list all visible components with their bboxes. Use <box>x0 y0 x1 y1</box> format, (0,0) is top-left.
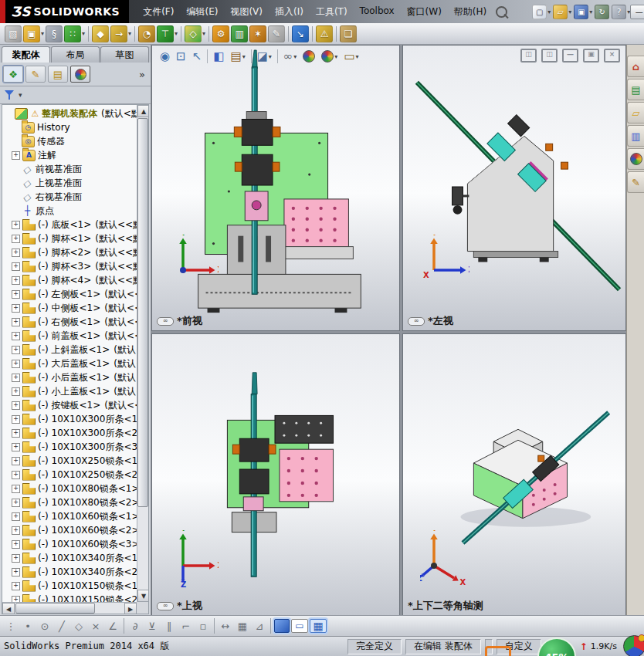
apply-scene-icon[interactable]: ▾ <box>319 47 340 66</box>
vertical-scroll-thumb[interactable] <box>137 118 148 507</box>
file-explorer-tab[interactable]: ▱ <box>627 102 644 123</box>
dropdown-caret-icon[interactable]: ▾ <box>175 30 178 37</box>
scroll-left-button[interactable]: ◀ <box>2 603 15 614</box>
tree-item[interactable]: +(-) 10X10X60锁条<2>(默 <box>4 523 137 537</box>
minimize-button[interactable]: — <box>630 5 644 19</box>
edit-appearance-icon[interactable] <box>300 47 317 66</box>
pane-split-left-button[interactable]: ◫ <box>520 49 537 63</box>
viewport-dimetric[interactable]: YXZ *上下二等角轴测 <box>402 333 626 616</box>
view-palette-tab[interactable]: ▥ <box>627 125 644 147</box>
show-hidden-button[interactable]: ◔ <box>138 25 155 42</box>
system-monitor-badge[interactable]: 45% <box>537 637 576 656</box>
tree-item[interactable]: ┼原点 <box>4 204 137 218</box>
expand-toggle[interactable]: + <box>12 290 20 299</box>
reference-geometry-button[interactable]: ◇▾ <box>185 25 205 42</box>
filter-icon[interactable] <box>4 90 15 100</box>
toolbar-drag-handle[interactable]: ⋮ <box>3 618 19 634</box>
tree-item[interactable]: +(-) 左侧板<1>(默认<<默 <box>4 287 137 301</box>
scroll-right-button[interactable]: ▶ <box>124 603 137 614</box>
expand-toggle[interactable]: + <box>12 526 20 535</box>
tree-item[interactable]: +(-) 脚杯<3>(默认<<默认 <box>4 259 137 273</box>
expand-toggle[interactable]: + <box>12 151 20 160</box>
smart-fasteners-button[interactable]: ◆ <box>92 25 109 42</box>
tree-item[interactable]: +(-) 小后盖板<1>(默认<< <box>4 370 137 384</box>
expand-toggle[interactable]: + <box>12 540 20 549</box>
expand-toggle[interactable]: + <box>12 596 20 603</box>
motion-study-button[interactable]: ⚙ <box>212 25 229 42</box>
sketch-line-icon[interactable]: ╱ <box>54 618 69 634</box>
expand-toggle[interactable]: + <box>12 262 20 271</box>
doc-close-button[interactable]: × <box>604 49 620 63</box>
selection-box-icon[interactable]: ▫ <box>195 618 211 634</box>
menu-view[interactable]: 视图(V) <box>224 3 269 21</box>
viewport-left[interactable]: YZX *左视 <box>402 45 626 331</box>
menu-toolbox[interactable]: Toolbox <box>354 3 401 21</box>
propertymanager-tab-icon[interactable]: ✎ <box>25 66 46 83</box>
instant3d-button[interactable]: ↘ <box>292 25 309 42</box>
interference-button[interactable]: ⚠ <box>316 25 333 42</box>
tree-item[interactable]: +(-) 10X10X340所条<1>(默 <box>4 551 137 565</box>
expand-pane-chevron[interactable]: » <box>137 69 147 80</box>
custom-properties-tab[interactable]: ✎ <box>627 171 644 193</box>
menu-help[interactable]: 帮助(H) <box>448 3 493 21</box>
explode-sketch-button[interactable]: ✎ <box>268 25 285 42</box>
menu-window[interactable]: 窗口(W) <box>401 3 448 21</box>
save-button[interactable]: ▣▾ <box>574 5 592 19</box>
sketch-circle-icon[interactable]: ⊙ <box>37 618 53 634</box>
tree-item[interactable]: +A注解 <box>4 148 137 162</box>
view-settings-icon[interactable]: ▭▾ <box>341 47 361 66</box>
relation-perpendicular-icon[interactable]: ⌐ <box>178 618 194 634</box>
dropdown-caret-icon[interactable]: ▾ <box>356 53 359 60</box>
relation-tangent-icon[interactable]: ∂ <box>127 618 143 634</box>
scroll-up-button[interactable]: ▲ <box>137 105 149 117</box>
expand-toggle[interactable]: + <box>12 346 20 354</box>
view-orientation-icon[interactable]: ▤▾ <box>228 47 247 66</box>
viewport-top[interactable]: YXZ *上视 <box>151 333 400 616</box>
expand-toggle[interactable]: + <box>12 457 20 465</box>
tree-item[interactable]: +(-) 10X10X300所条<2>(默 <box>4 426 137 440</box>
open-file-button[interactable]: ▱▾ <box>553 5 571 19</box>
expand-toggle[interactable]: + <box>12 499 20 507</box>
menu-tools[interactable]: 工具(T) <box>310 3 354 21</box>
tree-item[interactable]: ◇上视基准面 <box>4 176 137 190</box>
menu-edit[interactable]: 编辑(E) <box>180 3 224 21</box>
tree-item[interactable]: +(-) 10X10X250锁条<1>(默 <box>4 454 137 468</box>
move-component-button[interactable]: →▾ <box>110 25 131 42</box>
pane-split-right-button[interactable]: ◫ <box>541 49 558 63</box>
expand-toggle[interactable]: + <box>12 249 20 257</box>
sketch-point-icon[interactable]: • <box>20 618 36 634</box>
expand-toggle[interactable]: + <box>12 401 20 410</box>
single-viewport-icon[interactable]: ▭ <box>291 619 308 633</box>
tree-item[interactable]: ◷History <box>4 120 137 134</box>
tree-item[interactable]: +(-) 大后盖板<1>(默认<< <box>4 357 137 370</box>
tree-item[interactable]: +(-) 底板<1>(默认<<默认 <box>4 218 137 232</box>
displaymanager-tab-icon[interactable] <box>70 66 90 83</box>
scroll-track[interactable] <box>137 508 148 590</box>
four-viewport-icon[interactable]: ▦ <box>310 619 327 633</box>
sketch-polygon-icon[interactable]: ◇ <box>71 618 86 634</box>
tree-horizontal-scrollbar[interactable]: ◀ ▶ <box>2 602 137 614</box>
sketch-trim-icon[interactable]: × <box>88 618 103 634</box>
tree-item[interactable]: +(-) 10X10X60锁条<3>(默 <box>4 537 137 551</box>
dropdown-caret-icon[interactable]: ▾ <box>269 53 272 60</box>
expand-toggle[interactable]: + <box>12 471 20 479</box>
dropdown-caret-icon[interactable]: ▾ <box>242 53 246 60</box>
graphics-area[interactable]: YX *前视 <box>151 45 626 616</box>
doc-minimize-button[interactable]: — <box>562 49 578 63</box>
configurationmanager-tab-icon[interactable]: ▤ <box>48 66 68 83</box>
tree-item[interactable]: +(-) 10X10X80锁条<2>(默 <box>4 495 137 509</box>
expand-toggle[interactable]: + <box>12 276 20 285</box>
sketch-chamfer-icon[interactable]: ∠ <box>105 618 120 634</box>
expand-toggle[interactable]: + <box>12 554 20 563</box>
dropdown-caret-icon[interactable]: ▾ <box>41 30 44 37</box>
relation-parallel-icon[interactable]: ∥ <box>161 618 177 634</box>
tree-item[interactable]: +(-) 上斜盖板<1>(默认<< <box>4 343 137 357</box>
shaded-cube-icon[interactable] <box>274 619 290 633</box>
dropdown-caret-icon[interactable]: ▾ <box>334 53 337 60</box>
dropdown-caret-icon[interactable]: ▾ <box>202 30 205 37</box>
expand-toggle[interactable]: + <box>12 304 20 313</box>
tree-item[interactable]: +(-) 小上盖板<1>(默认<< <box>4 384 137 398</box>
assembly-visualize-button[interactable]: ▥ <box>231 25 248 42</box>
tree-item[interactable]: +(-) 10X10X300所条<3>(默 <box>4 440 137 454</box>
zoom-fit-icon[interactable]: ◉ <box>158 47 172 66</box>
